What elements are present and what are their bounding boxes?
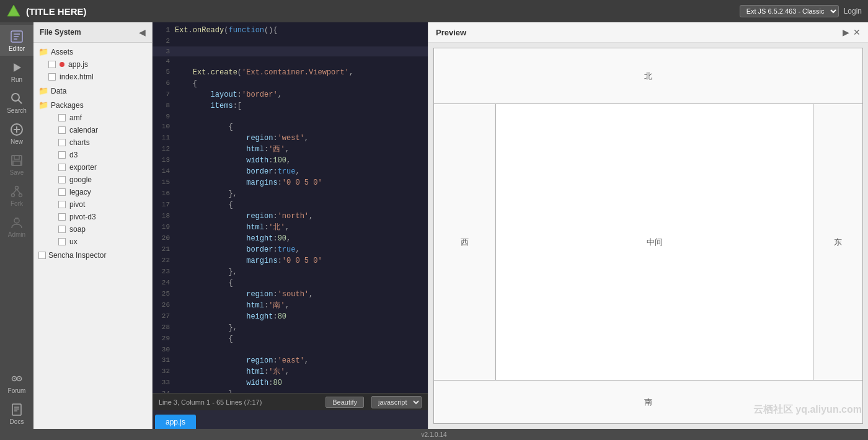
packages-folder[interactable]: 📁 Packages [33,99,152,112]
exporter-checkbox [58,164,66,171]
pivot-package[interactable]: pivot [43,198,152,211]
amf-package[interactable]: amf [43,112,152,124]
preview-expand-button[interactable]: ▶ [843,27,849,37]
app-js-file[interactable]: app.js [33,58,152,71]
new-nav-button[interactable]: New [0,118,33,149]
exporter-package[interactable]: exporter [43,161,152,174]
editor-tab-bar: app.js [153,410,428,429]
sencha-inspector-folder[interactable]: Sencha Inspector [33,249,152,262]
version-bar: v2.1.0.14 [0,429,868,440]
code-line-21: 21 border:true, [153,244,428,255]
new-nav-label: New [11,138,23,145]
icon-sidebar: Editor Run Search [0,22,33,429]
ux-label: ux [69,237,78,246]
language-select[interactable]: javascript [371,396,422,408]
assets-folder[interactable]: 📁 Assets [33,45,152,58]
logo-area: (TITLE HERE) [6,4,87,19]
app-js-dot [60,62,64,67]
code-line-33: 33 width:80 [153,377,428,389]
soap-package[interactable]: soap [43,223,152,235]
topbar: (TITLE HERE) Ext JS 6.5.2.463 - Classic … [0,0,868,22]
charts-package[interactable]: charts [43,136,152,149]
assets-folder-label: Assets [51,48,73,56]
center-region: 中间 [496,104,813,380]
svg-point-16 [19,194,22,197]
editor-statusbar: Line 3, Column 1 - 65 Lines (7:17) Beaut… [153,393,428,410]
fork-nav-button[interactable]: Fork [0,180,33,211]
search-icon [10,92,24,105]
svg-rect-13 [13,161,20,165]
app-js-tab[interactable]: app.js [155,415,196,429]
google-package[interactable]: google [43,174,152,186]
preview-close-button[interactable]: ✕ [853,27,861,37]
code-line-28: 28 }, [153,322,428,333]
south-region: 南 [434,380,862,423]
search-nav-label: Search [7,107,27,114]
admin-nav-button[interactable]: Admin [0,211,33,242]
code-line-12: 12 html:'西', [153,144,428,155]
code-line-24: 24 { [153,278,428,289]
code-line-15: 15 margins:'0 0 5 0' [153,177,428,188]
ux-checkbox [58,238,66,245]
legacy-package[interactable]: legacy [43,186,152,198]
editor-icon [10,30,24,43]
data-folder-icon: 📁 [38,86,48,95]
calendar-package[interactable]: calendar [43,124,152,136]
file-panel-title: File System [40,28,81,37]
pivot-checkbox [58,201,66,208]
run-nav-button[interactable]: Run [0,56,33,87]
save-icon [10,154,24,167]
folder-icon: 📁 [38,47,48,56]
app-logo-icon [6,4,21,19]
charts-label: charts [69,138,90,147]
preview-pane: Preview ▶ ✕ 北 西 中间 东 南 [428,22,868,429]
code-line-27: 27 height:80 [153,311,428,322]
d3-package[interactable]: d3 [43,149,152,161]
save-nav-button[interactable]: Save [0,149,33,180]
editor-pane: 1Ext.onReady(function(){ 2 3 4 5 Ext.cre… [153,22,428,429]
code-line-4: 4 [153,56,428,67]
pivot-d3-package[interactable]: pivot-d3 [43,211,152,223]
code-editor[interactable]: 1Ext.onReady(function(){ 2 3 4 5 Ext.cre… [153,22,428,393]
new-icon [10,123,24,136]
data-folder[interactable]: 📁 Data [33,84,152,97]
login-button[interactable]: Login [844,7,862,15]
amf-label: amf [69,113,82,122]
forum-nav-button[interactable]: Forum [0,367,33,398]
code-line-32: 32 html:'东', [153,366,428,377]
version-select[interactable]: Ext JS 6.5.2.463 - Classic [740,5,839,17]
ux-package[interactable]: ux [43,235,152,248]
docs-nav-button[interactable]: Docs [0,398,33,429]
admin-icon [10,216,24,229]
code-line-17: 17 { [153,200,428,211]
file-panel-collapse-button[interactable]: ◀ [139,27,146,37]
calendar-checkbox [58,126,66,134]
run-nav-label: Run [11,76,22,83]
d3-checkbox [58,151,66,159]
code-line-5: 5 Ext.create('Ext.container.Viewport', [153,67,428,78]
code-line-2: 2 [153,36,428,46]
index-html-checkbox [48,73,56,81]
soap-checkbox [58,226,66,233]
svg-marker-0 [7,5,20,16]
preview-controls: ▶ ✕ [843,27,861,37]
packages-folder-icon: 📁 [38,100,48,110]
search-nav-button[interactable]: Search [0,87,33,118]
svg-point-6 [12,94,19,101]
beautify-button[interactable]: Beautify [326,397,364,408]
exporter-label: exporter [69,163,97,172]
editor-nav-button[interactable]: Editor [0,25,33,56]
code-line-16: 16 }, [153,188,428,200]
docs-icon [10,403,24,416]
index-html-file[interactable]: index.html [33,71,152,83]
pivot-d3-label: pivot-d3 [69,213,96,221]
svg-rect-20 [15,218,19,219]
code-line-30: 30 [153,345,428,355]
code-line-14: 14 border:true, [153,166,428,177]
svg-rect-25 [12,404,21,415]
google-checkbox [58,176,66,183]
pivot-d3-checkbox [58,213,66,221]
sencha-inspector-checkbox [38,252,46,259]
editor-status-text: Line 3, Column 1 - 65 Lines (7:17) [159,398,262,406]
docs-nav-label: Docs [10,418,24,425]
